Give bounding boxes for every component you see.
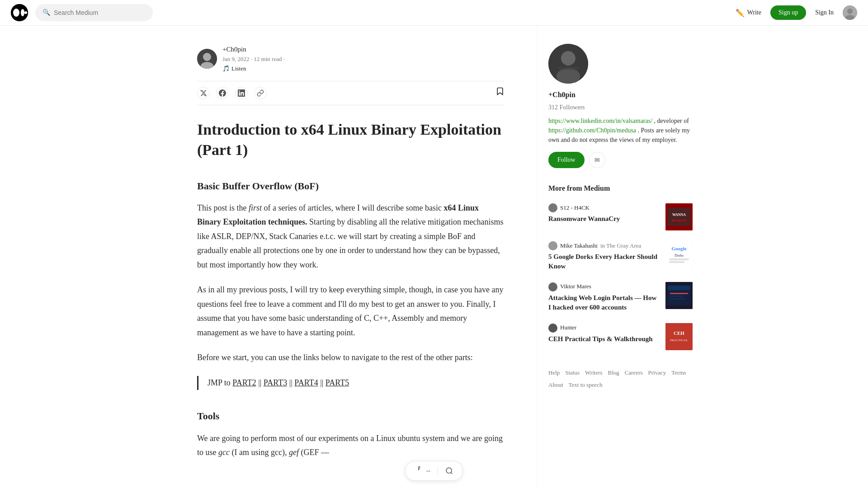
part4-link[interactable]: PART4: [294, 378, 318, 387]
footer-terms[interactable]: Terms: [671, 368, 686, 378]
article-meta: Jan 9, 2022 · 12 min read · 🎵 Listen: [222, 55, 505, 74]
profile-name[interactable]: +Ch0pin: [548, 89, 693, 101]
sep1: ||: [258, 378, 264, 387]
listen-button[interactable]: 🎵 Listen: [222, 64, 505, 74]
svg-rect-18: [668, 208, 690, 226]
svg-point-21: [548, 241, 557, 250]
follow-button[interactable]: Follow: [548, 152, 585, 168]
write-icon: ✏️: [736, 9, 745, 17]
svg-point-13: [561, 51, 576, 66]
rec-2-in: in The Gray Area: [600, 241, 641, 251]
medium-logo[interactable]: [11, 4, 28, 21]
footer-writers[interactable]: Writers: [585, 368, 602, 378]
part5-link[interactable]: PART5: [326, 378, 349, 387]
bio-text1: , developer of: [654, 117, 689, 124]
profile-bio: https://www.linkedin.com/in/valsamaras/ …: [548, 116, 693, 145]
footer-help[interactable]: Help: [548, 368, 560, 378]
article-paragraph-2: As in all my previous posts, I will try …: [197, 283, 505, 340]
user-avatar[interactable]: [843, 5, 857, 20]
rec-3-title: Attacking Web Login Portals — How I hack…: [548, 293, 660, 312]
write-label: Write: [747, 9, 761, 16]
rec-2-author-row: Mike Takahashi in The Gray Area: [548, 241, 660, 251]
footer-blog[interactable]: Blog: [608, 368, 619, 378]
write-button[interactable]: ✏️ Write: [736, 9, 761, 17]
medusa-link[interactable]: https://github.com/Ch0pin/medusa: [548, 127, 636, 134]
rec-4-author-avatar: [548, 324, 557, 333]
rec-2-author-name: Mike Takahashi: [560, 241, 598, 251]
profile-followers: 312 Followers: [548, 103, 693, 113]
rec-4-author-name: Hunter: [560, 323, 576, 333]
footer-careers[interactable]: Careers: [625, 368, 643, 378]
rec-3-author-avatar: [548, 282, 557, 291]
author-info: +Ch0pin Jan 9, 2022 · 12 min read · 🎵 Li…: [222, 44, 505, 74]
facebook-share-button[interactable]: [216, 87, 229, 99]
svg-text:DECRYPT: DECRYPT: [671, 219, 687, 222]
rec-3-author-row: Viktor Mares: [548, 282, 660, 291]
svg-point-3: [24, 11, 27, 14]
clap-button[interactable]: --: [415, 466, 430, 476]
rec-4-thumbnail: CEH PRACTICAL: [665, 323, 693, 350]
main-container: +Ch0pin Jan 9, 2022 · 12 min read · 🎵 Li…: [165, 26, 703, 488]
meta-separator2: ·: [283, 56, 285, 62]
recommendation-1[interactable]: S12 - H4CK Ransomware WannaCry WANNA DEC…: [548, 203, 693, 230]
svg-point-8: [203, 53, 211, 61]
logo-icon: [11, 4, 28, 21]
subscribe-button[interactable]: ✉: [589, 152, 605, 168]
footer-text-to-speech[interactable]: Text to speech: [569, 380, 603, 390]
svg-point-27: [548, 282, 557, 291]
header-right: ✏️ Write Sign up Sign In: [736, 5, 857, 20]
subscribe-icon: ✉: [594, 156, 600, 164]
article-read-time: 12 min read: [254, 56, 282, 62]
recommendation-2[interactable]: Mike Takahashi in The Gray Area 5 Google…: [548, 241, 693, 272]
search-input[interactable]: [54, 9, 146, 16]
article-paragraph-1: This post is the first of a series of ar…: [197, 201, 505, 272]
twitter-share-button[interactable]: [197, 87, 210, 99]
rec-2-content: Mike Takahashi in The Gray Area 5 Google…: [548, 241, 660, 272]
linkedin-link[interactable]: https://www.linkedin.com/in/valsamaras/: [548, 117, 652, 124]
svg-text:PRACTICAL: PRACTICAL: [670, 338, 688, 342]
header: 🔍 ✏️ Write Sign up Sign In: [0, 0, 868, 26]
section1-title: Basic Buffer Overflow (BoF): [197, 178, 505, 194]
svg-rect-15: [557, 66, 579, 70]
rec-3-thumbnail: [665, 282, 693, 309]
svg-point-2: [21, 9, 24, 16]
footer-links: Help Status Writers Blog Careers Privacy…: [548, 368, 693, 390]
article-paragraph-3: Before we start, you can use the links b…: [197, 351, 505, 365]
svg-text:CEH: CEH: [674, 330, 684, 336]
navigation-blockquote: JMP to PART2 || PART3 || PART4 || PART5: [197, 376, 505, 390]
profile-avatar[interactable]: [548, 44, 588, 84]
recommendation-3[interactable]: Viktor Mares Attacking Web Login Portals…: [548, 282, 693, 312]
toolbar-divider: [438, 466, 438, 475]
svg-point-34: [548, 324, 557, 333]
footer-privacy[interactable]: Privacy: [648, 368, 666, 378]
svg-text:Google: Google: [672, 246, 687, 251]
svg-rect-25: [669, 258, 689, 260]
part3-link[interactable]: PART3: [264, 378, 287, 387]
author-name[interactable]: +Ch0pin: [222, 44, 505, 55]
rec-4-content: Hunter CEH Practical Tips & Walkthrough: [548, 323, 660, 344]
signup-button[interactable]: Sign up: [770, 5, 806, 20]
footer-status[interactable]: Status: [565, 368, 580, 378]
svg-point-38: [446, 468, 452, 473]
rec-3-content: Viktor Mares Attacking Web Login Portals…: [548, 282, 660, 312]
author-meta: +Ch0pin Jan 9, 2022 · 12 min read · 🎵 Li…: [197, 44, 505, 74]
signin-button[interactable]: Sign In: [815, 9, 834, 16]
footer-about[interactable]: About: [548, 380, 563, 390]
linkedin-share-button[interactable]: [235, 87, 248, 99]
sep3: ||: [320, 378, 326, 387]
copy-link-button[interactable]: [254, 87, 267, 99]
listen-icon: 🎵: [222, 64, 230, 74]
rec-1-author-avatar: [548, 203, 557, 212]
more-from-medium-title: More from Medium: [548, 183, 693, 194]
part2-link[interactable]: PART2: [232, 378, 256, 387]
recommendation-4[interactable]: Hunter CEH Practical Tips & Walkthrough …: [548, 323, 693, 350]
rec-4-title: CEH Practical Tips & Walkthrough: [548, 334, 660, 344]
rec-1-content: S12 - H4CK Ransomware WannaCry: [548, 203, 660, 224]
svg-rect-30: [668, 286, 690, 290]
rec-1-author-row: S12 - H4CK: [548, 203, 660, 213]
save-button[interactable]: [495, 87, 505, 100]
svg-rect-26: [669, 261, 684, 263]
search-bar[interactable]: 🔍: [35, 4, 153, 21]
author-avatar[interactable]: [197, 49, 217, 69]
toolbar-search-button[interactable]: [445, 467, 453, 475]
